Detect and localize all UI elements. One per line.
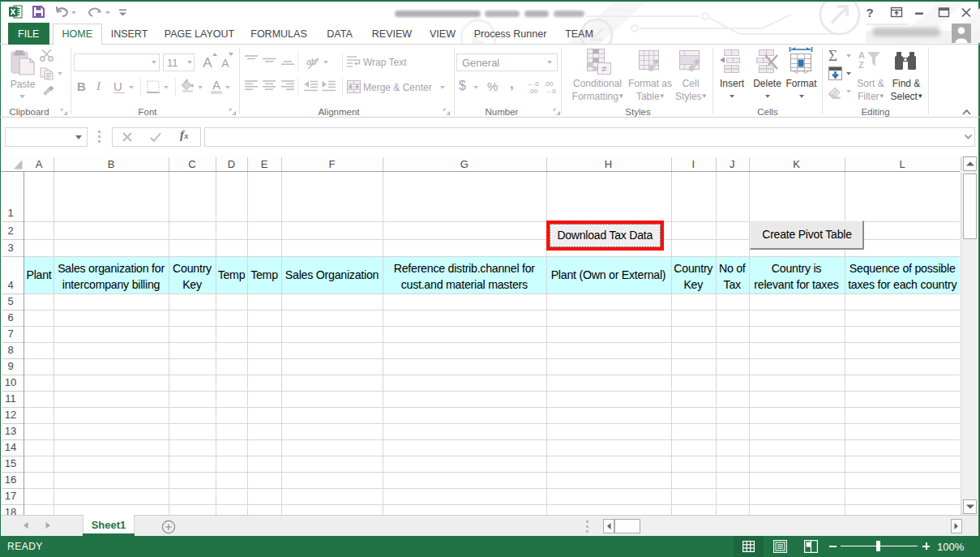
- svg-text:A: A: [858, 50, 865, 60]
- svg-text:A: A: [203, 55, 212, 70]
- svg-text:≠: ≠: [601, 63, 607, 75]
- svg-text:?: ?: [866, 6, 873, 19]
- svg-text:Z: Z: [858, 60, 864, 70]
- svg-text:A: A: [221, 57, 229, 70]
- svg-text:.00: .00: [529, 88, 538, 94]
